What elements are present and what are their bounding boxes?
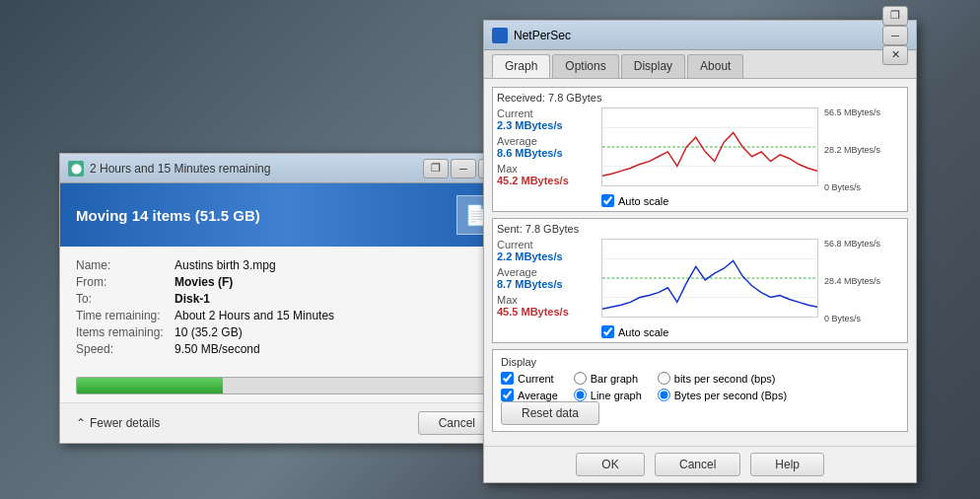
received-title: Received: 7.8 GBytes — [497, 92, 903, 104]
netpersec-titlebar-left: NetPerSec — [492, 28, 571, 43]
progress-bar-fill — [77, 378, 223, 393]
received-average-row: Average 8.6 MBytes/s — [497, 135, 595, 159]
detail-to: To: Disk-1 — [76, 292, 496, 306]
sent-graph-inner: Current 2.2 MBytes/s Average 8.7 MBytes/… — [497, 239, 903, 323]
file-dialog-titlebar: ⬤ 2 Hours and 15 Minutes remaining ❐ ─ ✕ — [60, 154, 512, 183]
line-graph-radio[interactable] — [574, 389, 587, 401]
file-dialog-footer: ⌃ Fewer details Cancel — [60, 402, 512, 443]
display-title: Display — [501, 356, 899, 368]
sent-average-row: Average 8.7 MBytes/s — [497, 266, 595, 290]
graph-type-radios: Bar graph Line graph — [574, 372, 642, 401]
bps-radio[interactable] — [658, 372, 670, 385]
file-dialog-details: Name: Austins birth 3.mpg From: Movies (… — [60, 247, 512, 367]
sent-graph-canvas — [601, 239, 818, 318]
sent-graph-svg — [602, 240, 817, 317]
netpersec-minimize-btn[interactable]: ─ — [882, 26, 908, 45]
received-max-row: Max 45.2 MBytes/s — [497, 163, 595, 186]
ok-button[interactable]: OK — [576, 453, 645, 476]
detail-time: Time remaining: About 2 Hours and 15 Min… — [76, 309, 496, 322]
file-dialog-icon: ⬤ — [68, 161, 84, 177]
progress-area — [60, 367, 512, 402]
sent-scale-labels: 56.8 MBytes/s 28.4 MBytes/s 0 Bytes/s — [824, 239, 903, 323]
tab-display[interactable]: Display — [621, 54, 685, 78]
received-low-label: 0 Bytes/s — [824, 182, 903, 192]
received-scale-labels: 56.5 MBytes/s 28.2 MBytes/s 0 Bytes/s — [824, 107, 903, 192]
netpersec-tabs: Graph Options Display About — [484, 50, 916, 79]
sent-title: Sent: 7.8 GBytes — [497, 223, 903, 235]
tab-options[interactable]: Options — [552, 54, 618, 78]
sent-high-label: 56.8 MBytes/s — [824, 239, 903, 249]
netpersec-titlebar: NetPerSec ❐ ─ ✕ — [484, 21, 916, 50]
received-autoscale-checkbox[interactable] — [601, 194, 614, 207]
file-dialog-title: 2 Hours and 15 Minutes remaining — [90, 162, 270, 176]
netpersec-restore-btn[interactable]: ❐ — [882, 6, 908, 26]
netpersec-footer: OK Cancel Help — [484, 446, 916, 482]
reset-data-button[interactable]: Reset data — [501, 401, 599, 425]
netpersec-title: NetPerSec — [514, 29, 571, 42]
help-button[interactable]: Help — [750, 453, 824, 476]
received-graph-svg — [602, 108, 817, 185]
detail-items: Items remaining: 10 (35.2 GB) — [76, 325, 496, 339]
sent-current-row: Current 2.2 MBytes/s — [497, 239, 595, 262]
netpersec-close-btn[interactable]: ✕ — [882, 45, 908, 65]
file-dialog-header-title: Moving 14 items (51.5 GB) — [76, 207, 260, 224]
received-graph-inner: Current 2.3 MBytes/s Average 8.6 MBytes/… — [497, 107, 903, 192]
sent-section: Sent: 7.8 GBytes Current 2.2 MBytes/s Av… — [492, 218, 908, 343]
display-checkboxes: Current Average — [501, 372, 558, 401]
sent-graph-area: 56.8 MBytes/s 28.4 MBytes/s 0 Bytes/s — [601, 239, 818, 323]
tab-about[interactable]: About — [687, 54, 743, 78]
sent-mid-label: 28.4 MBytes/s — [824, 276, 903, 286]
file-dialog-minimize-btn[interactable]: ─ — [451, 159, 476, 178]
line-graph-label: Line graph — [574, 389, 642, 401]
received-graph-canvas — [601, 107, 818, 186]
received-current-row: Current 2.3 MBytes/s — [497, 107, 595, 131]
sent-max-row: Max 45.5 MBytes/s — [497, 294, 595, 318]
file-dialog-restore-btn[interactable]: ❐ — [423, 159, 449, 178]
received-section: Received: 7.8 GBytes Current 2.3 MBytes/… — [492, 87, 908, 212]
file-dialog-content: Moving 14 items (51.5 GB) 📄 Name: Austin… — [60, 183, 512, 443]
display-section: Display Current Average Bar graph — [492, 349, 908, 432]
sent-stats: Current 2.2 MBytes/s Average 8.7 MBytes/… — [497, 239, 595, 323]
netpersec-content: Received: 7.8 GBytes Current 2.3 MBytes/… — [484, 79, 916, 446]
bps-label: bits per second (bps) — [658, 372, 787, 385]
progress-bar-container — [76, 377, 496, 394]
received-stats: Current 2.3 MBytes/s Average 8.6 MBytes/… — [497, 107, 595, 192]
tab-graph[interactable]: Graph — [492, 54, 550, 78]
sent-low-label: 0 Bytes/s — [824, 314, 903, 323]
Bps-radio[interactable] — [658, 389, 670, 401]
average-checkbox[interactable] — [501, 389, 514, 401]
titlebar-left: ⬤ 2 Hours and 15 Minutes remaining — [68, 161, 270, 177]
chevron-up-icon: ⌃ — [76, 416, 86, 430]
sent-autoscale-row: Auto scale — [497, 325, 903, 338]
received-mid-label: 28.2 MBytes/s — [824, 145, 903, 155]
bar-graph-label: Bar graph — [574, 372, 642, 385]
current-checkbox[interactable] — [501, 372, 514, 385]
display-controls: Current Average Bar graph Line graph — [501, 372, 899, 425]
detail-from: From: Movies (F) — [76, 275, 496, 289]
cancel-button[interactable]: Cancel — [655, 453, 740, 476]
file-copy-dialog: ⬤ 2 Hours and 15 Minutes remaining ❐ ─ ✕… — [59, 153, 513, 444]
detail-speed: Speed: 9.50 MB/second — [76, 342, 496, 356]
netpersec-titlebar-buttons: ❐ ─ ✕ — [882, 6, 908, 65]
average-label: Average — [501, 389, 558, 401]
Bps-label: Bytes per second (Bps) — [658, 389, 787, 401]
received-high-label: 56.5 MBytes/s — [824, 107, 903, 117]
netpersec-icon — [492, 28, 508, 43]
current-label: Current — [501, 372, 558, 385]
units-radios: bits per second (bps) Bytes per second (… — [658, 372, 787, 401]
file-dialog-blue-header: Moving 14 items (51.5 GB) 📄 — [60, 183, 512, 247]
netpersec-dialog: NetPerSec ❐ ─ ✕ Graph Options Display Ab… — [483, 20, 917, 483]
received-graph-area: 56.5 MBytes/s 28.2 MBytes/s 0 Bytes/s — [601, 107, 818, 192]
bar-graph-radio[interactable] — [574, 372, 587, 385]
received-autoscale-row: Auto scale — [497, 194, 903, 207]
detail-name: Name: Austins birth 3.mpg — [76, 258, 496, 272]
fewer-details-button[interactable]: ⌃ Fewer details — [76, 416, 160, 430]
sent-autoscale-checkbox[interactable] — [601, 325, 614, 338]
